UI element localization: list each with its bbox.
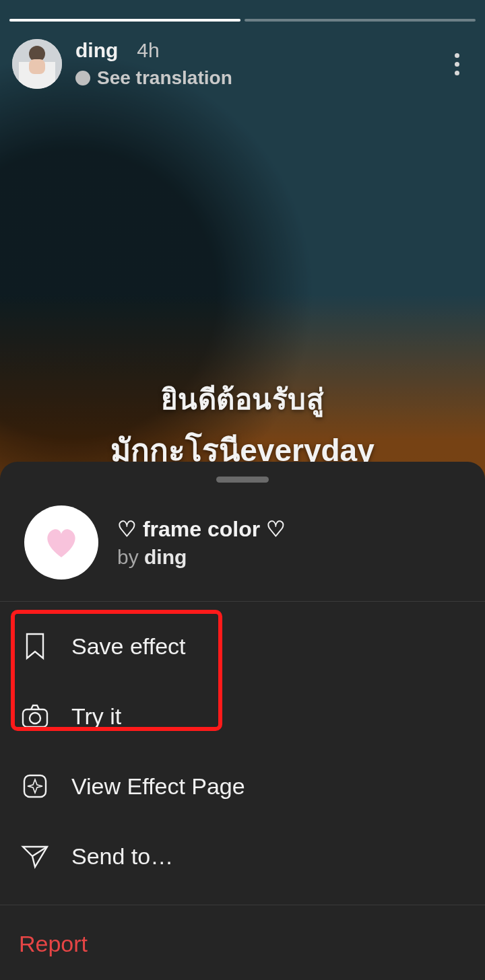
send-to-label: Send to… bbox=[71, 843, 173, 870]
effect-bottom-sheet: ♡ frame color ♡ by ding Save effect Try … bbox=[0, 462, 485, 980]
see-translation-button[interactable]: See translation bbox=[75, 67, 441, 89]
avatar-image bbox=[12, 39, 62, 89]
user-avatar[interactable] bbox=[12, 39, 62, 89]
progress-segment bbox=[9, 19, 240, 22]
effect-name: ♡ frame color ♡ bbox=[117, 516, 286, 542]
bookmark-icon bbox=[19, 630, 51, 662]
send-icon bbox=[19, 840, 51, 872]
sheet-drag-handle[interactable] bbox=[216, 477, 269, 483]
progress-segment bbox=[245, 19, 476, 22]
effect-menu: Save effect Try it View Effect Page Send… bbox=[0, 602, 485, 980]
heart-icon bbox=[40, 521, 83, 564]
try-it-button[interactable]: Try it bbox=[0, 681, 485, 751]
sparkle-square-icon bbox=[19, 770, 51, 802]
see-translation-label: See translation bbox=[97, 67, 232, 89]
send-to-button[interactable]: Send to… bbox=[0, 821, 485, 891]
try-it-label: Try it bbox=[71, 703, 121, 730]
svg-rect-3 bbox=[29, 59, 45, 74]
effect-author-line[interactable]: by ding bbox=[117, 546, 286, 569]
view-effect-page-button[interactable]: View Effect Page bbox=[0, 751, 485, 821]
effect-header: ♡ frame color ♡ by ding bbox=[0, 483, 485, 602]
username[interactable]: ding bbox=[75, 39, 118, 62]
by-prefix: by bbox=[117, 546, 144, 568]
more-options-button[interactable] bbox=[441, 48, 473, 80]
story-timestamp: 4h bbox=[137, 39, 159, 62]
save-effect-button[interactable]: Save effect bbox=[0, 611, 485, 681]
view-effect-page-label: View Effect Page bbox=[71, 773, 245, 800]
svg-point-5 bbox=[30, 713, 40, 724]
report-label: Report bbox=[19, 931, 88, 956]
effect-author: ding bbox=[144, 546, 187, 568]
camera-icon bbox=[19, 700, 51, 732]
chat-bubble-icon bbox=[75, 71, 90, 85]
more-icon bbox=[455, 53, 459, 58]
story-progress bbox=[9, 19, 476, 22]
menu-divider bbox=[0, 905, 485, 905]
report-button[interactable]: Report bbox=[0, 911, 485, 980]
story-caption: ยินดีต้อนรับสู่ มักกะโรนีeveryday bbox=[0, 377, 485, 475]
save-effect-label: Save effect bbox=[71, 633, 186, 660]
effect-avatar[interactable] bbox=[24, 505, 98, 580]
story-header: ding 4h See translation bbox=[0, 34, 485, 94]
caption-line-1: ยินดีต้อนรับสู่ bbox=[0, 377, 485, 421]
